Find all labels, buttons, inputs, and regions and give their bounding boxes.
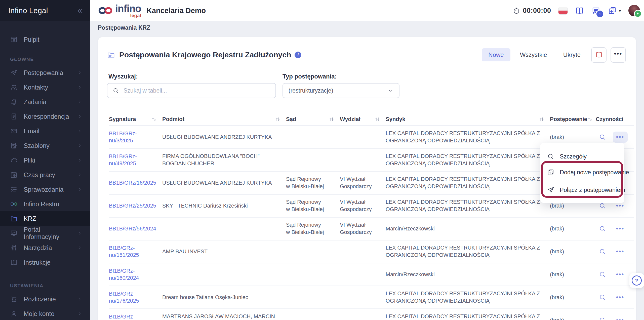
sidebar-item-korespondencja[interactable]: Korespondencja <box>0 109 90 124</box>
reader-view-button[interactable] <box>591 47 607 63</box>
sidebar-item-email[interactable]: Email <box>0 124 90 138</box>
sidebar-item-portal-informacyjny[interactable]: Portal Informacyjny <box>0 226 90 241</box>
table-search-field[interactable] <box>107 83 276 98</box>
column-header-czynnosci: Czynności <box>596 116 634 123</box>
infinity-icon <box>10 200 18 208</box>
panel-more-options-button[interactable]: ••• <box>611 47 626 63</box>
sidebar-item-pliki[interactable]: Pliki <box>0 153 90 168</box>
case-signature-link[interactable]: BI1B/GRz-nu/184/2025 <box>109 313 150 320</box>
row-details-icon[interactable] <box>599 248 606 255</box>
case-signature-link[interactable]: BB1B/GRz-nu/3/2025 <box>109 130 150 144</box>
sidebar-item-czas-pracy[interactable]: Czas pracy <box>0 168 90 182</box>
sidebar-collapse-icon[interactable]: « <box>77 6 82 14</box>
stopwatch-icon <box>513 7 520 14</box>
wydzial-cell: VI Wydział Gospodarczy <box>340 198 371 213</box>
row-details-icon[interactable] <box>599 202 606 210</box>
sidebar-item-instrukcje[interactable]: Instrukcje <box>0 255 90 270</box>
bell-icon <box>636 12 639 15</box>
paper-plane-icon <box>10 69 18 76</box>
sidebar-item-infino-restru[interactable]: Infino Restru <box>0 197 90 211</box>
row-details-icon[interactable] <box>599 294 606 301</box>
sidebar-item-postepowania[interactable]: Postępowania <box>0 65 90 80</box>
column-header-syndyk[interactable]: Syndyk <box>386 116 550 123</box>
case-signature-link[interactable]: BB1B/GRz/25/2025 <box>109 202 150 209</box>
row-actions-button[interactable]: ••• <box>613 315 628 320</box>
add-window-icon <box>547 169 554 176</box>
filter-tab-nowe[interactable]: Nowe <box>482 48 510 61</box>
user-avatar[interactable] <box>628 5 640 16</box>
sidebar-item-krz[interactable]: KRZ <box>0 211 90 226</box>
postepowanie-cell: (brak) <box>550 226 564 232</box>
row-details-icon[interactable] <box>599 316 606 320</box>
menu-item-polacz-z-postepowaniem[interactable]: Połącz z postępowaniem <box>547 186 625 194</box>
sidebar-group-settings: USTAWIENIA <box>0 280 90 292</box>
row-actions-button[interactable]: ••• <box>613 292 628 303</box>
calendar-clock-icon <box>10 171 18 179</box>
column-header-sygnatura[interactable]: Sygnatura <box>109 116 162 123</box>
column-header-podmiot[interactable]: Podmiot <box>162 116 286 123</box>
work-timer-button[interactable]: 00:00:00 <box>513 7 551 15</box>
sidebar-item-szablony[interactable]: Szablony <box>0 138 90 153</box>
row-details-icon[interactable] <box>599 271 606 278</box>
sidebar-item-label: Kontakty <box>24 84 48 91</box>
column-header-wydzial[interactable]: Wydział <box>340 116 386 123</box>
case-signature-link[interactable]: BI1B/GRz-nu/176/2025 <box>109 290 150 304</box>
language-flag-button[interactable] <box>558 7 568 15</box>
search-input[interactable] <box>123 87 270 94</box>
sad-cell: Sąd Rejonowy w Bielsku-Białej <box>286 176 326 190</box>
sidebar-item-zadania[interactable]: Zadania <box>0 95 90 109</box>
sidebar-item-label: Zadania <box>24 98 46 106</box>
column-header-sad[interactable]: Sąd <box>286 116 340 123</box>
chevron-right-icon <box>77 187 82 192</box>
row-actions-context-menu: Szczegóły Dodaj nowe postępowanie Połącz… <box>540 143 624 203</box>
filter-tab-wszystkie[interactable]: Wszystkie <box>513 48 554 61</box>
case-signature-link[interactable]: BI1B/GRz-nu/160/2024 <box>109 267 150 282</box>
book-icon <box>10 259 18 266</box>
syndyk-cell: LEX CAPITAL DORADCY RESTRUKTURYZACYJNI S… <box>386 130 547 144</box>
menu-item-dodaj-nowe-postepowanie[interactable]: Dodaj nowe postępowanie <box>547 168 629 177</box>
sidebar-item-label: Szablony <box>24 142 50 149</box>
sidebar-item-kontakty[interactable]: Kontakty <box>0 80 90 95</box>
sidebar-group-main: GŁÓWNE <box>0 53 90 65</box>
sidebar-item-label: Instrukcje <box>24 259 51 266</box>
app-logo: infino legal <box>98 4 141 18</box>
sidebar-item-narzedzia[interactable]: Narzędzia <box>0 241 90 255</box>
bell-icon <box>10 98 18 106</box>
info-icon[interactable]: i <box>295 52 301 58</box>
menu-item-szczegoly[interactable]: Szczegóły <box>547 152 587 161</box>
wydzial-cell: VI Wydział Gospodarczy <box>340 176 371 190</box>
case-signature-link[interactable]: BI1B/GRz-nu/151/2025 <box>109 245 150 259</box>
user-icon <box>10 310 18 317</box>
sidebar-nav: Pulpit GŁÓWNE Postępowania Kontakty Zada… <box>0 21 90 320</box>
messages-button[interactable]: 1 <box>591 6 600 15</box>
sidebar-item-sprawozdania[interactable]: Sprawozdania <box>0 182 90 197</box>
proceeding-type-select[interactable]: (restrukturyzacje) <box>283 83 399 98</box>
filter-tab-ukryte[interactable]: Ukryte <box>557 48 587 61</box>
sidebar-item-pulpit[interactable]: Pulpit <box>0 32 90 47</box>
row-details-icon[interactable] <box>599 133 606 141</box>
syndyk-cell: LEX CAPITAL DORADCY RESTRUKTURYZACYJNI S… <box>386 244 547 259</box>
sort-icon <box>151 116 157 122</box>
sidebar-item-moje-konto[interactable]: Moje konto <box>0 306 90 320</box>
postepowanie-cell: (brak) <box>550 317 564 320</box>
case-signature-link[interactable]: BB1B/GRz/16/2025 <box>109 179 150 186</box>
help-button[interactable]: ? <box>629 273 644 288</box>
row-actions-button[interactable]: ••• <box>613 223 628 234</box>
row-actions-button[interactable]: ••• <box>613 132 628 143</box>
monitor-icon <box>10 229 18 237</box>
users-icon <box>10 84 18 91</box>
postepowanie-cell: (brak) <box>550 249 564 255</box>
case-signature-link[interactable]: BB1B/GRz/56/2024 <box>109 225 150 232</box>
manual-book-icon[interactable] <box>575 6 584 15</box>
quick-add-button[interactable]: ▾ <box>608 6 621 15</box>
sort-icon <box>539 116 544 122</box>
sidebar-item-label: Moje konto <box>24 310 54 317</box>
sidebar: Infino Legal « Pulpit GŁÓWNE Postępowani… <box>0 0 90 320</box>
row-actions-button[interactable]: ••• <box>613 246 628 257</box>
column-header-postepowanie[interactable]: Postępowanie <box>550 116 596 123</box>
sidebar-item-rozliczenie[interactable]: Rozliczenie <box>0 292 90 306</box>
row-details-icon[interactable] <box>599 225 606 232</box>
postepowanie-cell: (brak) <box>550 271 564 277</box>
case-signature-link[interactable]: BB1B/GRz-nu/49/2025 <box>109 153 150 167</box>
row-actions-button[interactable]: ••• <box>613 269 628 280</box>
